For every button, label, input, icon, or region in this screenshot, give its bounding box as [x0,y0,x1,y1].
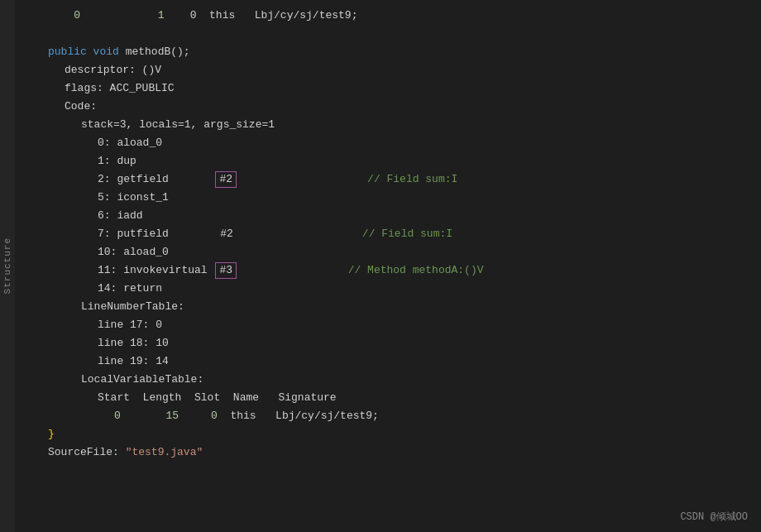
instr-invokevirtual: 11: invokevirtual [98,261,213,280]
code-line-lvt-row: 0 15 0 this Lbj/cy/sj/test9; [40,407,744,425]
code-line-linenumbertable: LineNumberTable: [40,298,744,316]
blank-line-1 [40,25,744,43]
instr-iconst: 5: iconst_1 [98,189,169,207]
lvt-this: this [230,407,256,425]
constant-pool-3-invoke: #3 [215,262,237,279]
lvt-spacing1 [121,407,166,425]
code-line-lnt-18: line 18: 10 [40,334,744,352]
code-line-getfield: 2: getfield #2 // Field sum:I [40,170,744,189]
keyword-public: public [48,43,93,61]
code-label: Code: [65,98,97,116]
lvt-spacing2 [179,407,211,425]
linenumbertable-label: LineNumberTable: [81,298,184,316]
col-this: 0 this Lbj/cy/sj/test9; [164,7,357,25]
col-1: 1 [80,7,164,25]
code-line-localvariabletable: LocalVariableTable: [40,371,744,389]
main-content: Structure 0 1 0 this Lbj/cy/sj/test9; pu… [0,0,761,532]
code-line-lnt-19: line 19: 14 [40,352,744,371]
putfield-comment: // Field sum:I [362,225,452,243]
instr-dup: 1: dup [98,152,136,170]
sourcefile-label: SourceFile: [48,443,126,462]
lvt-spacing3 [218,407,231,425]
lnt-19: line 19: 14 [98,352,169,371]
flags-text: flags: ACC_PUBLIC [65,79,175,98]
watermark-text: CSDN @倾城OO [680,511,748,523]
lvt-slot: 0 [211,407,218,425]
watermark: CSDN @倾城OO [680,510,748,524]
code-line-invokevirtual: 11: invokevirtual #3 // Method methodA:(… [40,261,744,280]
code-line-sourcefile: SourceFile: "test9.java" [40,443,744,462]
lvt-header: Start Length Slot Name Signature [98,389,337,407]
sidebar-label-structure: Structure [2,237,12,294]
instr-return: 14: return [98,280,162,298]
code-line-descriptor: descriptor: ()V [40,61,744,79]
instr-getfield: 2: getfield [98,170,213,189]
invokevirtual-comment: // Method methodA:()V [348,261,484,280]
code-line-lnt-17: line 17: 0 [40,316,744,334]
code-area: 0 1 0 this Lbj/cy/sj/test9; public void … [15,7,761,462]
code-line-lvt-header: Start Length Slot Name Signature [40,389,744,407]
lnt-18: line 18: 10 [98,334,169,352]
lvt-start: 0 [114,407,121,425]
closing-brace: } [48,425,55,443]
getfield-comment: // Field sum:I [367,170,457,189]
lvt-spacing4: Lbj/cy/sj/test9; [256,407,379,425]
code-line-stack: stack=3, locals=1, args_size=1 [40,116,744,134]
localvariabletable-label: LocalVariableTable: [81,371,203,389]
lnt-17: line 17: 0 [98,316,162,334]
invokevirtual-spacing [238,261,348,280]
instr-aload0: 0: aload_0 [98,134,162,152]
sidebar-left: Structure [0,0,15,532]
sourcefile-value: "test9.java" [126,443,203,462]
code-line-method-b: public void methodB(); [40,43,744,61]
code-line-aload0: 0: aload_0 [40,134,744,152]
code-line-aload0-10: 10: aload_0 [40,243,744,261]
stack-info: stack=3, locals=1, args_size=1 [81,116,275,134]
method-b-name: methodB(); [126,43,190,61]
code-line-flags: flags: ACC_PUBLIC [40,79,744,98]
keyword-void: void [93,43,126,61]
code-line-putfield: 7: putfield #2 // Field sum:I [40,225,744,243]
instr-putfield: 7: putfield #2 [98,225,362,243]
col-0: 0 [48,7,80,25]
lvt-length: 15 [165,407,179,425]
code-line-dup: 1: dup [40,152,744,170]
getfield-spacing [238,170,367,189]
code-line-code-label: Code: [40,98,744,116]
code-line-iadd: 6: iadd [40,207,744,225]
code-line-closing-brace: } [40,425,744,443]
instr-iadd: 6: iadd [98,207,143,225]
code-line-iconst: 5: iconst_1 [40,189,744,207]
code-line-0: 0 1 0 this Lbj/cy/sj/test9; [40,7,744,25]
constant-pool-2-getfield: #2 [215,171,237,188]
descriptor-text: descriptor: ()V [65,61,161,79]
code-line-return: 14: return [40,280,744,298]
instr-aload0-10: 10: aload_0 [98,243,169,261]
